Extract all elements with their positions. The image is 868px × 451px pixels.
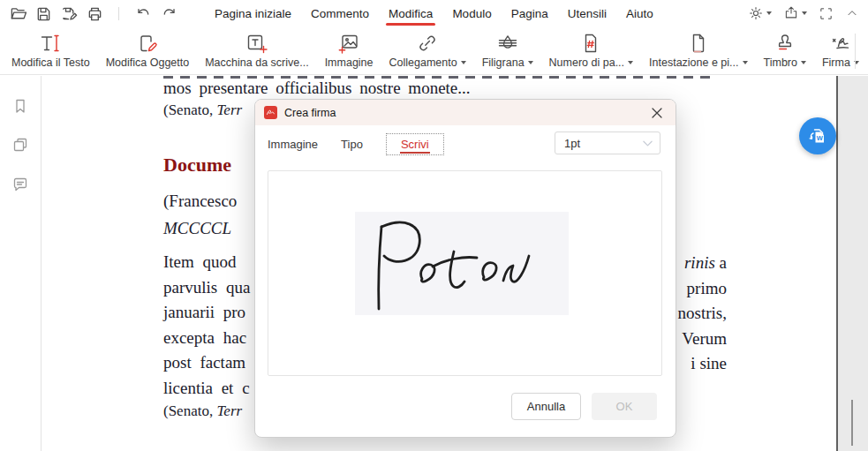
- toolbar-watermark[interactable]: Filigrana: [474, 32, 541, 69]
- redo-icon: [161, 5, 177, 22]
- toolbar-add-image[interactable]: Immagine: [317, 32, 381, 69]
- cancel-button[interactable]: Annulla: [511, 393, 581, 420]
- stamp-icon: [774, 32, 796, 54]
- typewriter-icon: [245, 32, 268, 54]
- doc-citation: (Senato, Terr: [163, 402, 242, 420]
- menu-item-pagina[interactable]: Pagina: [511, 0, 548, 26]
- save-icon: [35, 5, 52, 22]
- chevron-down-icon: [643, 140, 653, 147]
- caret-down-icon: [461, 61, 466, 64]
- navigation-sidebar: [0, 76, 42, 451]
- window-controls: [748, 0, 859, 26]
- close-dialog-button[interactable]: [647, 103, 667, 123]
- pdf-editor-window: Pagina iniziale Commento Modifica Modulo…: [0, 0, 868, 451]
- collapse-ribbon-button[interactable]: [845, 6, 859, 20]
- save-as-button[interactable]: [60, 4, 78, 22]
- doc-line: MCCCCL: [163, 219, 231, 238]
- doc-paragraph-right: rinis a primo nostris, Verum i sine: [676, 251, 727, 377]
- tab-immagine[interactable]: Immagine: [268, 138, 318, 151]
- caret-down-icon: [743, 61, 748, 64]
- toolbar-page-number[interactable]: Numero di pa...: [541, 32, 641, 69]
- toolbar-item-label: Immagine: [325, 56, 374, 69]
- doc-line: (Francesco: [163, 192, 237, 211]
- bookmarks-icon[interactable]: [11, 97, 29, 115]
- menu-item-aiuto[interactable]: Aiuto: [626, 0, 653, 26]
- page-thumbnails-icon[interactable]: [11, 136, 29, 154]
- edit-object-icon: [137, 32, 158, 54]
- caret-down-icon: [528, 61, 533, 64]
- handwritten-signature: [355, 212, 569, 315]
- app-logo-icon: [264, 106, 277, 119]
- open-file-button[interactable]: [9, 4, 26, 22]
- convert-to-word-button[interactable]: W: [799, 117, 836, 154]
- menu-item-utensili[interactable]: Utensili: [568, 0, 607, 26]
- menu-item-pagina-iniziale[interactable]: Pagina iniziale: [215, 0, 291, 26]
- scrollbar-track: [838, 76, 868, 451]
- open-folder-icon: [10, 5, 26, 22]
- word-convert-icon: W: [806, 124, 829, 147]
- undo-icon: [135, 5, 152, 22]
- doc-paragraph-left: Item quod parvulis qua januarii pro exce…: [163, 250, 250, 402]
- print-button[interactable]: [86, 4, 103, 22]
- comments-icon[interactable]: [11, 175, 29, 192]
- page-number-icon: [580, 32, 601, 54]
- doc-citation: (Senato, Terr: [163, 101, 242, 119]
- menu-item-modifica[interactable]: Modifica: [389, 0, 433, 26]
- ok-button[interactable]: OK: [592, 393, 657, 420]
- theme-button[interactable]: [748, 5, 772, 21]
- toolbar-item-label: Filigrana: [482, 56, 525, 69]
- print-icon: [87, 5, 103, 22]
- signature-preview: [355, 212, 569, 315]
- tab-tipo[interactable]: Tipo: [341, 138, 363, 151]
- signature-draw-canvas[interactable]: [268, 170, 662, 376]
- stroke-width-value: 1pt: [564, 137, 580, 150]
- redo-button[interactable]: [160, 4, 177, 22]
- caret-down-icon: [801, 61, 806, 64]
- caret-down-icon: [628, 61, 633, 64]
- toolbar-item-label: Collegamento: [389, 56, 457, 69]
- watermark-icon: [497, 32, 518, 54]
- menu-item-modulo[interactable]: Modulo: [452, 0, 491, 26]
- svg-text:W: W: [817, 134, 824, 142]
- save-as-icon: [61, 5, 78, 22]
- close-icon: [652, 108, 662, 118]
- quick-access-toolbar: [0, 4, 177, 22]
- tab-scrivi[interactable]: Scrivi: [386, 133, 444, 155]
- toolbar-item-label: Modifica Oggetto: [106, 56, 190, 69]
- dialog-titlebar[interactable]: Crea firma: [255, 100, 676, 125]
- chevron-up-icon: [845, 6, 859, 20]
- add-image-icon: [338, 32, 360, 54]
- toolbar-edit-object[interactable]: Modifica Oggetto: [98, 32, 198, 69]
- create-signature-dialog: Crea firma Immagine Tipo Scrivi 1pt: [254, 99, 676, 438]
- toolbar-link[interactable]: Collegamento: [381, 32, 474, 69]
- caret-down-icon: [766, 11, 772, 15]
- toolbar-item-label: Timbro: [764, 56, 797, 69]
- toolbar-typewriter[interactable]: Macchina da scrive...: [197, 32, 316, 69]
- stroke-width-select[interactable]: 1pt: [555, 132, 660, 154]
- save-button[interactable]: [34, 4, 52, 22]
- undo-button[interactable]: [134, 4, 152, 22]
- fullscreen-button[interactable]: [819, 6, 834, 21]
- doc-heading: Docume: [163, 154, 231, 177]
- toolbar-item-label: Firma: [822, 56, 850, 69]
- toolbar-stamp[interactable]: Timbro: [756, 32, 814, 69]
- link-icon: [417, 32, 438, 54]
- toolbar-header-footer[interactable]: Intestazione e pi...: [641, 32, 755, 69]
- toolbar-item-label: Numero di pa...: [549, 56, 624, 69]
- toolbar-item-label: Intestazione e pi...: [649, 56, 738, 69]
- ribbon-separator: [855, 34, 856, 69]
- edit-ribbon: Modifica il Testo Modifica Oggetto Macch…: [0, 26, 868, 75]
- toolbar-edit-text[interactable]: Modifica il Testo: [4, 32, 98, 69]
- scrollbar-thumb[interactable]: [851, 400, 853, 446]
- menu-bar: Pagina iniziale Commento Modifica Modulo…: [0, 0, 868, 26]
- menu-item-commento[interactable]: Commento: [311, 0, 369, 26]
- signature-icon: [829, 32, 852, 54]
- caret-down-icon: [802, 11, 807, 15]
- share-button[interactable]: [783, 5, 807, 21]
- share-icon: [783, 5, 799, 21]
- toolbar-divider: [118, 7, 119, 20]
- toolbar-signature[interactable]: Firma: [814, 32, 867, 69]
- edit-text-icon: [39, 32, 62, 54]
- sun-icon: [748, 5, 764, 21]
- dialog-title: Crea firma: [284, 107, 336, 119]
